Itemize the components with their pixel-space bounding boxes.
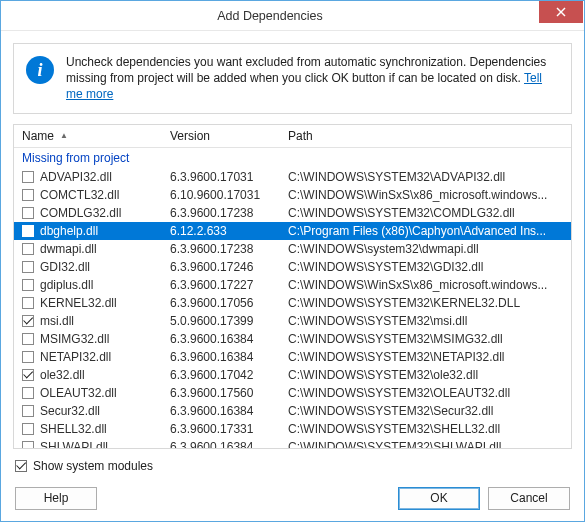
table-row[interactable]: MSIMG32.dll6.3.9600.16384C:\WINDOWS\SYST…: [14, 330, 571, 348]
info-icon: i: [26, 56, 54, 84]
row-checkbox[interactable]: [22, 243, 34, 255]
row-name-label: Secur32.dll: [40, 404, 100, 418]
row-name-label: SHELL32.dll: [40, 422, 107, 436]
cell-path: C:\WINDOWS\SYSTEM32\SHLWAPI.dll: [280, 440, 571, 448]
show-system-modules-label: Show system modules: [33, 459, 153, 473]
table-header: Name ▲ Version Path: [14, 125, 571, 148]
row-name-label: OLEAUT32.dll: [40, 386, 117, 400]
column-header-name-label: Name: [22, 129, 54, 143]
row-name-label: msi.dll: [40, 314, 74, 328]
cell-path: C:\WINDOWS\SYSTEM32\ADVAPI32.dll: [280, 170, 571, 184]
cell-name: ADVAPI32.dll: [14, 170, 162, 184]
cell-version: 6.3.9600.17238: [162, 206, 280, 220]
table-row[interactable]: COMDLG32.dll6.3.9600.17238C:\WINDOWS\SYS…: [14, 204, 571, 222]
column-header-version-label: Version: [170, 129, 210, 143]
button-bar: Help OK Cancel: [1, 473, 584, 522]
cell-version: 6.10.9600.17031: [162, 188, 280, 202]
row-checkbox[interactable]: [22, 207, 34, 219]
cell-name: SHELL32.dll: [14, 422, 162, 436]
row-name-label: GDI32.dll: [40, 260, 90, 274]
cell-path: C:\WINDOWS\system32\dwmapi.dll: [280, 242, 571, 256]
cell-version: 6.3.9600.16384: [162, 350, 280, 364]
row-name-label: ADVAPI32.dll: [40, 170, 112, 184]
cell-name: GDI32.dll: [14, 260, 162, 274]
table-row[interactable]: ADVAPI32.dll6.3.9600.17031C:\WINDOWS\SYS…: [14, 168, 571, 186]
cell-name: dwmapi.dll: [14, 242, 162, 256]
table-row[interactable]: NETAPI32.dll6.3.9600.16384C:\WINDOWS\SYS…: [14, 348, 571, 366]
cell-version: 6.3.9600.17056: [162, 296, 280, 310]
info-text-body: Uncheck dependencies you want excluded f…: [66, 55, 546, 85]
cell-version: 6.3.9600.17238: [162, 242, 280, 256]
column-header-version[interactable]: Version: [162, 125, 280, 147]
cell-version: 5.0.9600.17399: [162, 314, 280, 328]
cell-name: NETAPI32.dll: [14, 350, 162, 364]
table-row[interactable]: dwmapi.dll6.3.9600.17238C:\WINDOWS\syste…: [14, 240, 571, 258]
table-row[interactable]: SHELL32.dll6.3.9600.17331C:\WINDOWS\SYST…: [14, 420, 571, 438]
ok-button[interactable]: OK: [398, 487, 480, 510]
row-checkbox[interactable]: [22, 441, 34, 448]
row-checkbox[interactable]: [22, 405, 34, 417]
cell-path: C:\WINDOWS\SYSTEM32\COMDLG32.dll: [280, 206, 571, 220]
cell-name: KERNEL32.dll: [14, 296, 162, 310]
close-button[interactable]: [539, 1, 583, 23]
cell-version: 6.12.2.633: [162, 224, 280, 238]
cell-version: 6.3.9600.17031: [162, 170, 280, 184]
table-row[interactable]: KERNEL32.dll6.3.9600.17056C:\WINDOWS\SYS…: [14, 294, 571, 312]
row-checkbox[interactable]: [22, 261, 34, 273]
show-system-modules-row[interactable]: Show system modules: [15, 459, 570, 473]
table-row[interactable]: ole32.dll6.3.9600.17042C:\WINDOWS\SYSTEM…: [14, 366, 571, 384]
cell-name: gdiplus.dll: [14, 278, 162, 292]
help-button[interactable]: Help: [15, 487, 97, 510]
cell-path: C:\WINDOWS\SYSTEM32\SHELL32.dll: [280, 422, 571, 436]
table-row[interactable]: gdiplus.dll6.3.9600.17227C:\WINDOWS\WinS…: [14, 276, 571, 294]
row-checkbox[interactable]: [22, 315, 34, 327]
table-row[interactable]: dbghelp.dll6.12.2.633C:\Program Files (x…: [14, 222, 571, 240]
column-header-name[interactable]: Name ▲: [14, 125, 162, 147]
column-header-path[interactable]: Path: [280, 125, 571, 147]
row-checkbox[interactable]: [22, 333, 34, 345]
row-checkbox[interactable]: [22, 171, 34, 183]
row-checkbox[interactable]: [22, 423, 34, 435]
cell-path: C:\WINDOWS\SYSTEM32\KERNEL32.DLL: [280, 296, 571, 310]
row-name-label: MSIMG32.dll: [40, 332, 109, 346]
table-row[interactable]: SHLWAPI.dll6.3.9600.16384C:\WINDOWS\SYST…: [14, 438, 571, 448]
row-checkbox[interactable]: [22, 189, 34, 201]
cell-path: C:\WINDOWS\SYSTEM32\Secur32.dll: [280, 404, 571, 418]
cell-path: C:\WINDOWS\WinSxS\x86_microsoft.windows.…: [280, 188, 571, 202]
row-checkbox[interactable]: [22, 369, 34, 381]
table-body[interactable]: Missing from project ADVAPI32.dll6.3.960…: [14, 148, 571, 448]
cell-name: Secur32.dll: [14, 404, 162, 418]
table-row[interactable]: GDI32.dll6.3.9600.17246C:\WINDOWS\SYSTEM…: [14, 258, 571, 276]
table-row[interactable]: Secur32.dll6.3.9600.16384C:\WINDOWS\SYST…: [14, 402, 571, 420]
cell-path: C:\WINDOWS\SYSTEM32\MSIMG32.dll: [280, 332, 571, 346]
row-checkbox[interactable]: [22, 279, 34, 291]
cell-version: 6.3.9600.16384: [162, 332, 280, 346]
show-system-modules-checkbox[interactable]: [15, 460, 27, 472]
cell-path: C:\WINDOWS\SYSTEM32\OLEAUT32.dll: [280, 386, 571, 400]
info-text: Uncheck dependencies you want excluded f…: [66, 54, 559, 103]
row-name-label: dwmapi.dll: [40, 242, 97, 256]
cell-path: C:\WINDOWS\SYSTEM32\GDI32.dll: [280, 260, 571, 274]
table-row[interactable]: OLEAUT32.dll6.3.9600.17560C:\WINDOWS\SYS…: [14, 384, 571, 402]
cell-name: COMCTL32.dll: [14, 188, 162, 202]
row-name-label: SHLWAPI.dll: [40, 440, 108, 448]
row-name-label: KERNEL32.dll: [40, 296, 117, 310]
sort-ascending-icon: ▲: [60, 131, 68, 140]
cell-path: C:\WINDOWS\SYSTEM32\msi.dll: [280, 314, 571, 328]
table-row[interactable]: COMCTL32.dll6.10.9600.17031C:\WINDOWS\Wi…: [14, 186, 571, 204]
cell-path: C:\WINDOWS\WinSxS\x86_microsoft.windows.…: [280, 278, 571, 292]
cell-version: 6.3.9600.17560: [162, 386, 280, 400]
cancel-button[interactable]: Cancel: [488, 487, 570, 510]
row-name-label: gdiplus.dll: [40, 278, 93, 292]
column-header-path-label: Path: [288, 129, 313, 143]
cell-name: ole32.dll: [14, 368, 162, 382]
row-checkbox[interactable]: [22, 225, 34, 237]
row-name-label: NETAPI32.dll: [40, 350, 111, 364]
cell-path: C:\WINDOWS\SYSTEM32\NETAPI32.dll: [280, 350, 571, 364]
row-checkbox[interactable]: [22, 387, 34, 399]
row-checkbox[interactable]: [22, 297, 34, 309]
cell-version: 6.3.9600.17227: [162, 278, 280, 292]
table-row[interactable]: msi.dll5.0.9600.17399C:\WINDOWS\SYSTEM32…: [14, 312, 571, 330]
close-icon: [556, 7, 566, 17]
row-checkbox[interactable]: [22, 351, 34, 363]
